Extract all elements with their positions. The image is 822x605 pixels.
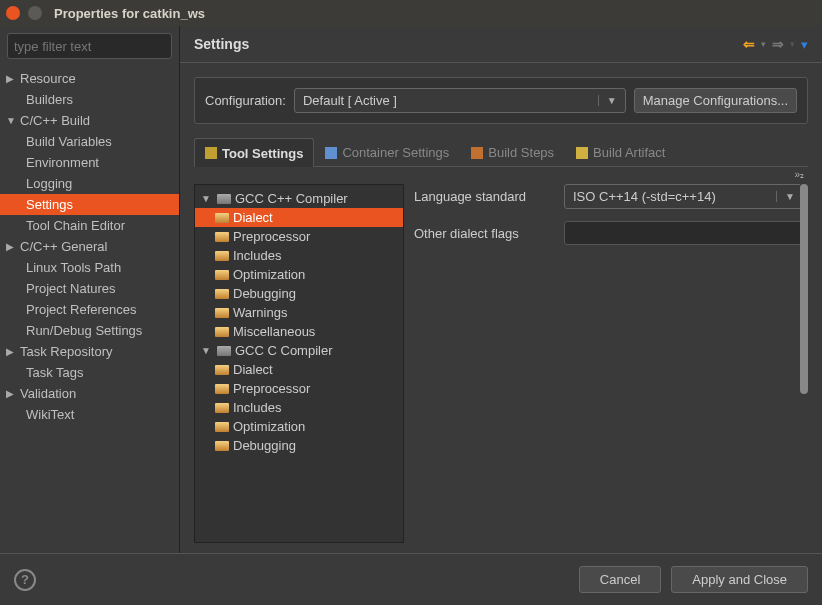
tool-tree-item-label: Preprocessor xyxy=(233,381,310,396)
sidebar-item-build-variables[interactable]: Build Variables xyxy=(0,131,179,152)
other-flags-label: Other dialect flags xyxy=(414,226,554,241)
scrollbar[interactable] xyxy=(800,184,808,543)
sidebar-item-c-c-general[interactable]: ▶C/C++ General xyxy=(0,236,179,257)
tab-container-settings[interactable]: Container Settings xyxy=(314,138,460,166)
configuration-value: Default [ Active ] xyxy=(303,93,397,108)
folder-icon xyxy=(215,365,229,375)
sidebar-item-label: Task Tags xyxy=(26,365,84,380)
sidebar-item-label: Resource xyxy=(20,71,76,86)
back-dropdown-icon[interactable]: ▾ xyxy=(761,39,766,49)
sidebar-item-project-natures[interactable]: Project Natures xyxy=(0,278,179,299)
sidebar-item-resource[interactable]: ▶Resource xyxy=(0,68,179,89)
sidebar-item-linux-tools-path[interactable]: Linux Tools Path xyxy=(0,257,179,278)
content-header: Settings ⇐ ▾ ⇒ ▾ ▾ xyxy=(180,26,822,63)
tab-build-steps[interactable]: Build Steps xyxy=(460,138,565,166)
tool-tree-item-warnings[interactable]: Warnings xyxy=(195,303,403,322)
sidebar-item-label: WikiText xyxy=(26,407,74,422)
folder-icon xyxy=(215,327,229,337)
sidebar-item-label: Logging xyxy=(26,176,72,191)
folder-icon xyxy=(215,441,229,451)
sidebar-item-environment[interactable]: Environment xyxy=(0,152,179,173)
sidebar-item-builders[interactable]: Builders xyxy=(0,89,179,110)
filter-input[interactable] xyxy=(7,33,172,59)
tool-settings-tree: ▼GCC C++ CompilerDialectPreprocessorIncl… xyxy=(194,184,404,543)
apply-close-button[interactable]: Apply and Close xyxy=(671,566,808,593)
help-button[interactable]: ? xyxy=(14,569,36,591)
sidebar-tree: ▶ResourceBuilders▼C/C++ BuildBuild Varia… xyxy=(0,66,179,553)
tool-tree-item-optimization[interactable]: Optimization xyxy=(195,265,403,284)
configuration-row: Configuration: Default [ Active ] ▼ Mana… xyxy=(194,77,808,124)
tree-arrow-icon: ▼ xyxy=(201,193,213,204)
sidebar-item-wikitext[interactable]: WikiText xyxy=(0,404,179,425)
tool-tree-item-optimization[interactable]: Optimization xyxy=(195,417,403,436)
tool-tree-item-label: Dialect xyxy=(233,210,273,225)
view-menu-icon[interactable]: ▾ xyxy=(801,37,808,52)
sidebar: ▶ResourceBuilders▼C/C++ BuildBuild Varia… xyxy=(0,26,180,553)
tool-tree-item-gcc-c-compiler[interactable]: ▼GCC C Compiler xyxy=(195,341,403,360)
tool-tree-item-debugging[interactable]: Debugging xyxy=(195,284,403,303)
tool-tree-item-label: Warnings xyxy=(233,305,287,320)
cancel-button[interactable]: Cancel xyxy=(579,566,661,593)
forward-icon: ⇒ xyxy=(772,36,784,52)
tool-tree-item-label: GCC C Compiler xyxy=(235,343,333,358)
tool-tree-item-preprocessor[interactable]: Preprocessor xyxy=(195,227,403,246)
sidebar-item-tool-chain-editor[interactable]: Tool Chain Editor xyxy=(0,215,179,236)
tool-tree-item-label: Debugging xyxy=(233,286,296,301)
sidebar-item-project-references[interactable]: Project References xyxy=(0,299,179,320)
container-icon xyxy=(325,147,337,159)
sidebar-item-settings[interactable]: Settings xyxy=(0,194,179,215)
tree-arrow-icon: ▶ xyxy=(6,346,18,357)
tab-tool-settings[interactable]: Tool Settings xyxy=(194,138,314,167)
tab-build-artifact[interactable]: Build Artifact xyxy=(565,138,676,166)
manage-configurations-button[interactable]: Manage Configurations... xyxy=(634,88,797,113)
tool-tree-item-label: Preprocessor xyxy=(233,229,310,244)
tabs-bar: Tool SettingsContainer SettingsBuild Ste… xyxy=(194,138,808,167)
language-standard-value: ISO C++14 (-std=c++14) xyxy=(573,189,716,204)
sidebar-item-task-tags[interactable]: Task Tags xyxy=(0,362,179,383)
minimize-icon[interactable] xyxy=(28,6,42,20)
tool-tree-item-debugging[interactable]: Debugging xyxy=(195,436,403,455)
tool-tree-item-label: Miscellaneous xyxy=(233,324,315,339)
folder-icon xyxy=(215,213,229,223)
sidebar-item-validation[interactable]: ▶Validation xyxy=(0,383,179,404)
tool-tree-item-includes[interactable]: Includes xyxy=(195,398,403,417)
sidebar-item-label: Environment xyxy=(26,155,99,170)
tabs-overflow-indicator[interactable]: »₂ xyxy=(180,167,822,182)
tab-label: Build Artifact xyxy=(593,145,665,160)
tool-tree-item-preprocessor[interactable]: Preprocessor xyxy=(195,379,403,398)
folder-icon xyxy=(215,232,229,242)
tool-tree-item-label: Optimization xyxy=(233,419,305,434)
bottom-bar: ? Cancel Apply and Close xyxy=(0,553,822,605)
folder-icon xyxy=(215,384,229,394)
gear-icon xyxy=(205,147,217,159)
trophy-icon xyxy=(576,147,588,159)
forward-dropdown-icon: ▾ xyxy=(790,39,795,49)
sidebar-item-label: Run/Debug Settings xyxy=(26,323,142,338)
steps-icon xyxy=(471,147,483,159)
sidebar-item-label: Tool Chain Editor xyxy=(26,218,125,233)
folder-icon xyxy=(215,270,229,280)
tab-label: Tool Settings xyxy=(222,146,303,161)
language-standard-select[interactable]: ISO C++14 (-std=c++14) ▼ xyxy=(564,184,804,209)
configuration-select[interactable]: Default [ Active ] ▼ xyxy=(294,88,626,113)
other-flags-row: Other dialect flags xyxy=(414,221,804,245)
window-title: Properties for catkin_ws xyxy=(54,6,205,21)
tool-tree-item-miscellaneous[interactable]: Miscellaneous xyxy=(195,322,403,341)
sidebar-item-logging[interactable]: Logging xyxy=(0,173,179,194)
sidebar-item-c-c-build[interactable]: ▼C/C++ Build xyxy=(0,110,179,131)
folder-icon xyxy=(215,289,229,299)
back-icon[interactable]: ⇐ xyxy=(743,36,755,52)
page-title: Settings xyxy=(194,36,249,52)
sidebar-item-run-debug-settings[interactable]: Run/Debug Settings xyxy=(0,320,179,341)
tool-tree-item-dialect[interactable]: Dialect xyxy=(195,208,403,227)
tool-tree-item-dialect[interactable]: Dialect xyxy=(195,360,403,379)
tool-tree-item-includes[interactable]: Includes xyxy=(195,246,403,265)
tool-tree-item-gcc-c-compiler[interactable]: ▼GCC C++ Compiler xyxy=(195,189,403,208)
sidebar-item-task-repository[interactable]: ▶Task Repository xyxy=(0,341,179,362)
tree-arrow-icon: ▶ xyxy=(6,388,18,399)
tool-tree-item-label: Debugging xyxy=(233,438,296,453)
tree-arrow-icon: ▼ xyxy=(6,115,18,126)
other-flags-input[interactable] xyxy=(564,221,804,245)
close-icon[interactable] xyxy=(6,6,20,20)
tool-tree-item-label: Dialect xyxy=(233,362,273,377)
